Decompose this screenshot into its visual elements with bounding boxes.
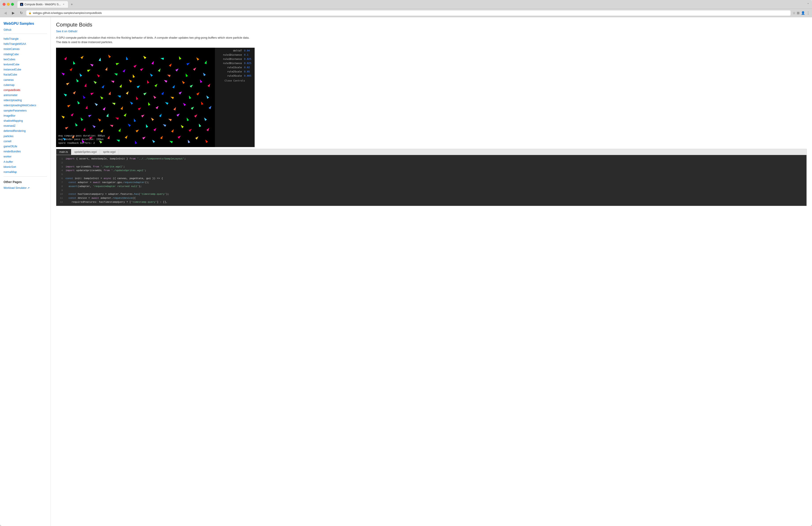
sidebar-item-helloTriangle[interactable]: helloTriangle bbox=[3, 37, 47, 42]
control-rule2Scale[interactable]: rule2Scale 0.05 bbox=[215, 70, 255, 74]
rule1Scale-label: rule1Scale bbox=[217, 66, 243, 69]
tab-close-button[interactable]: × bbox=[62, 3, 65, 6]
sidebar-item-rotatingCube[interactable]: rotatingCube bbox=[3, 52, 47, 57]
rule2Distance-value: 0.025 bbox=[244, 58, 253, 60]
code-tab-updateSprites[interactable]: updateSprites.wgsl bbox=[71, 149, 100, 155]
minimize-button[interactable] bbox=[7, 3, 10, 6]
rule1Distance-value: 0.1 bbox=[244, 54, 253, 56]
sidebar-item-samplerParameters[interactable]: samplerParameters bbox=[3, 108, 47, 113]
control-deltaT[interactable]: deltaT 0.04 bbox=[215, 48, 255, 53]
sidebar-item-particles[interactable]: particles bbox=[3, 134, 47, 139]
sidebar-item-computeBoids[interactable]: computeBoids bbox=[3, 88, 47, 93]
sidebar-github-link[interactable]: Github bbox=[3, 28, 47, 31]
page-title: Compute Boids bbox=[56, 22, 807, 28]
rule3Distance-label: rule3Distance bbox=[217, 62, 243, 65]
sidebar-item-normalMap[interactable]: normalMap bbox=[3, 170, 47, 175]
browser-window: Compute Boids - WebGPU S... × + ⌃ ◀ ▶ ↻ … bbox=[0, 0, 812, 526]
github-link-anchor[interactable]: See it on Github! bbox=[56, 30, 77, 33]
close-controls-button[interactable]: Close Controls bbox=[215, 79, 255, 83]
stats-overlay: avg compute pass duration: 886µs avg ren… bbox=[58, 134, 105, 145]
render-pass-stat: avg render pass duration: 190µs bbox=[58, 138, 105, 141]
sidebar-item-workload-simulator[interactable]: Workload Simulator ↗ bbox=[3, 185, 47, 190]
rule2Scale-label: rule2Scale bbox=[217, 70, 243, 73]
sidebar-item-gameOfLife[interactable]: gameOfLife bbox=[3, 144, 47, 149]
reload-button[interactable]: ↻ bbox=[18, 10, 24, 16]
sidebar-item-shadowMapping[interactable]: shadowMapping bbox=[3, 118, 47, 124]
profile-icon[interactable]: 👤 bbox=[801, 11, 805, 15]
bookmark-icon[interactable]: ☆ bbox=[793, 11, 795, 15]
toolbar-actions: ☆ ⊞ 👤 ⋮ bbox=[793, 11, 810, 15]
back-button[interactable]: ◀ bbox=[2, 10, 9, 16]
sidebar-item-cameras[interactable]: cameras bbox=[3, 77, 47, 83]
github-link-text[interactable]: Github bbox=[3, 28, 11, 31]
code-tabs: main.ts updateSprites.wgsl sprite.wgsl bbox=[56, 149, 807, 155]
sidebar-item-videoUploading[interactable]: videoUploading bbox=[3, 98, 47, 103]
sidebar-item-deferredRendering[interactable]: deferredRendering bbox=[3, 129, 47, 133]
active-tab[interactable]: Compute Boids - WebGPU S... × bbox=[17, 1, 68, 8]
code-content[interactable]: 1 import { assert, makeSample, SampleIni… bbox=[56, 155, 807, 206]
window-controls-expand[interactable]: ⌃ bbox=[807, 3, 809, 6]
sidebar-item-reversedZ[interactable]: reversedZ bbox=[3, 124, 47, 129]
sidebar-item-videoUploadingWebCodecs[interactable]: videoUploadingWebCodecs bbox=[3, 103, 47, 108]
code-line-12: 12 requiredFeatures: hasTimestampQuery ?… bbox=[59, 200, 804, 204]
sidebar-item-texturedCube[interactable]: texturedCube bbox=[3, 62, 47, 67]
control-rule2Distance[interactable]: rule2Distance 0.025 bbox=[215, 57, 255, 61]
menu-icon[interactable]: ⋮ bbox=[807, 11, 810, 15]
sidebar-item-A-buffer[interactable]: A-buffer bbox=[3, 159, 47, 165]
sidebar-item-bitonicSort[interactable]: bitonicSort bbox=[3, 165, 47, 170]
deltaT-value: 0.04 bbox=[244, 49, 253, 52]
compute-pass-stat: avg compute pass duration: 886µs bbox=[58, 134, 105, 138]
boids-canvas-container[interactable]: avg compute pass duration: 886µs avg ren… bbox=[56, 48, 215, 147]
page-description: A GPU compute particle simulation that m… bbox=[56, 35, 255, 44]
spare-buffers-stat: spare readback buffers: 2 bbox=[58, 141, 105, 145]
address-bar[interactable]: 🔒 webgpu.github.io/webgpu-samples/sample… bbox=[26, 10, 791, 16]
sidebar-item-twoCubes[interactable]: twoCubes bbox=[3, 57, 47, 62]
page-content: WebGPU Samples Github helloTriangle hell… bbox=[0, 17, 812, 526]
forward-button[interactable]: ▶ bbox=[10, 10, 16, 16]
code-tab-sprite[interactable]: sprite.wgsl bbox=[100, 149, 119, 155]
controls-panel: deltaT 0.04 rule1Distance 0.1 rule2Dista… bbox=[215, 48, 255, 147]
sidebar-item-renderBundles[interactable]: renderBundles bbox=[3, 149, 47, 154]
control-rule3Distance[interactable]: rule3Distance 0.025 bbox=[215, 61, 255, 65]
close-button[interactable] bbox=[3, 3, 5, 6]
control-rule1Distance[interactable]: rule1Distance 0.1 bbox=[215, 53, 255, 57]
code-tab-main-ts[interactable]: main.ts bbox=[56, 149, 71, 155]
code-line-2: 2 bbox=[59, 161, 804, 165]
code-line-3: 3 import spriteWGSL from './sprite.wgsl'… bbox=[59, 165, 804, 169]
sidebar-divider bbox=[3, 33, 47, 34]
sidebar-item-fractalCube[interactable]: fractalCube bbox=[3, 72, 47, 77]
code-line-7: 7 const adapter = await navigator.gpu.re… bbox=[59, 181, 804, 184]
traffic-lights bbox=[3, 3, 14, 6]
code-line-9: 9 bbox=[59, 188, 804, 192]
main-content: Compute Boids See it on Github! A GPU co… bbox=[51, 17, 812, 526]
code-section: main.ts updateSprites.wgsl sprite.wgsl 1… bbox=[56, 149, 807, 206]
rule3Distance-value: 0.025 bbox=[244, 62, 253, 65]
url-text: webgpu.github.io/webgpu-samples/samples/… bbox=[33, 12, 102, 15]
other-pages-nav: Workload Simulator ↗ bbox=[3, 185, 47, 190]
new-tab-button[interactable]: + bbox=[69, 1, 75, 8]
sidebar-item-animometer[interactable]: animometer bbox=[3, 93, 47, 98]
toolbar: ◀ ▶ ↻ 🔒 webgpu.github.io/webgpu-samples/… bbox=[0, 9, 812, 17]
code-line-5: 5 bbox=[59, 172, 804, 176]
sidebar-item-resizeCanvas[interactable]: resizeCanvas bbox=[3, 47, 47, 52]
boids-simulation bbox=[56, 48, 215, 147]
sidebar-item-helloTriangleMSAA[interactable]: helloTriangleMSAA bbox=[3, 42, 47, 47]
title-bar: Compute Boids - WebGPU S... × + ⌃ bbox=[0, 0, 812, 9]
maximize-button[interactable] bbox=[11, 3, 14, 6]
control-rule3Scale[interactable]: rule3Scale 0.005 bbox=[215, 74, 255, 78]
deltaT-label: deltaT bbox=[217, 49, 243, 52]
sidebar: WebGPU Samples Github helloTriangle hell… bbox=[0, 17, 51, 526]
github-link[interactable]: See it on Github! bbox=[56, 30, 807, 33]
sidebar-item-cubemap[interactable]: cubemap bbox=[3, 83, 47, 88]
sidebar-title: WebGPU Samples bbox=[3, 22, 47, 26]
sidebar-item-imageBlur[interactable]: imageBlur bbox=[3, 113, 47, 118]
code-line-4: 4 import updateSpritesWGSL from './updat… bbox=[59, 169, 804, 172]
control-rule1Scale[interactable]: rule1Scale 0.02 bbox=[215, 65, 255, 70]
code-line-6: 6 const init: SampleInit = async ({ canv… bbox=[59, 176, 804, 181]
sidebar-item-worker[interactable]: worker bbox=[3, 154, 47, 159]
sidebar-item-cornell[interactable]: cornell bbox=[3, 139, 47, 144]
extensions-icon[interactable]: ⊞ bbox=[797, 11, 800, 15]
code-line-11: 11 const device = await adapter.requestD… bbox=[59, 196, 804, 200]
sidebar-item-instancedCube[interactable]: instancedCube bbox=[3, 67, 47, 72]
rule3Scale-value: 0.005 bbox=[244, 74, 253, 77]
